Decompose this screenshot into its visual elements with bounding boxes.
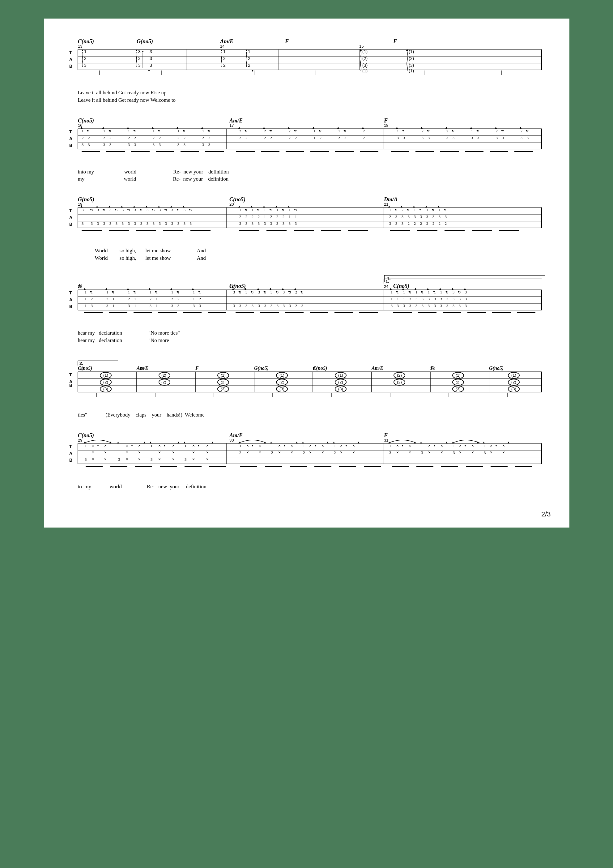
svg-marker-763 xyxy=(495,445,497,446)
svg-text:3: 3 xyxy=(150,63,152,68)
svg-marker-142 xyxy=(313,127,314,129)
svg-text:(1): (1) xyxy=(338,373,343,378)
svg-text:(1): (1) xyxy=(221,373,226,378)
svg-text:3: 3 xyxy=(264,290,266,294)
svg-text:1: 1 xyxy=(415,290,417,294)
svg-text:1: 1 xyxy=(156,290,158,294)
svg-text:1: 1 xyxy=(85,290,87,294)
svg-text:2: 2 xyxy=(128,297,130,301)
svg-text:×: × xyxy=(409,443,411,448)
svg-text:2: 2 xyxy=(264,136,266,140)
svg-text:3: 3 xyxy=(395,222,397,226)
svg-text:(1): (1) xyxy=(511,373,516,378)
svg-text:31: 31 xyxy=(384,438,388,442)
svg-text:3: 3 xyxy=(484,450,486,455)
svg-marker-721 xyxy=(327,442,328,443)
svg-text:3: 3 xyxy=(128,143,130,147)
svg-text:3: 3 xyxy=(134,208,136,212)
svg-text:1: 1 xyxy=(453,443,455,448)
svg-marker-475 xyxy=(294,288,296,290)
svg-text:2: 2 xyxy=(150,297,152,301)
svg-text:3: 3 xyxy=(110,222,111,226)
svg-text:×: × xyxy=(172,443,175,448)
svg-text:15: 15 xyxy=(359,44,364,48)
svg-text:3: 3 xyxy=(88,142,90,147)
svg-text:2: 2 xyxy=(295,129,297,133)
svg-text:1: 1 xyxy=(113,297,115,301)
svg-text:3: 3 xyxy=(103,143,105,147)
svg-text:3: 3 xyxy=(446,304,448,308)
svg-text:3: 3 xyxy=(283,290,285,294)
svg-rect-206 xyxy=(415,151,434,152)
svg-text:1: 1 xyxy=(439,208,441,212)
svg-marker-397 xyxy=(84,288,86,290)
svg-text:3: 3 xyxy=(82,221,84,226)
svg-text:3: 3 xyxy=(428,304,430,308)
svg-text:17: 17 xyxy=(229,123,234,128)
svg-text:3: 3 xyxy=(391,304,393,308)
svg-text:3: 3 xyxy=(82,142,84,147)
svg-text:1: 1 xyxy=(178,290,179,294)
svg-marker-718 xyxy=(314,445,316,446)
svg-text:2: 2 xyxy=(245,129,247,133)
svg-text:3: 3 xyxy=(271,304,272,308)
svg-text:(2): (2) xyxy=(221,380,226,384)
svg-text:3: 3 xyxy=(97,208,99,212)
svg-rect-773 xyxy=(240,466,257,467)
svg-text:1: 1 xyxy=(258,208,260,212)
svg-marker-675 xyxy=(150,442,152,443)
svg-rect-541 xyxy=(285,312,303,313)
svg-text:2: 2 xyxy=(258,215,260,219)
system-2: T A B C(no5) Am/E F 16 17 18 1 2 3 1 2 3 xyxy=(69,116,545,183)
svg-rect-370 xyxy=(321,230,341,231)
lyrics-system-4: hear my declaration "No more ties" hear … xyxy=(69,329,545,344)
svg-text:3: 3 xyxy=(395,215,397,219)
svg-text:×: × xyxy=(92,450,94,455)
svg-text:×: × xyxy=(502,450,505,455)
svg-text:20: 20 xyxy=(229,202,234,206)
svg-marker-28 xyxy=(142,51,144,53)
svg-text:2: 2 xyxy=(420,222,422,226)
svg-text:3: 3 xyxy=(465,297,467,301)
svg-text:×: × xyxy=(246,443,249,448)
svg-text:1: 1 xyxy=(471,129,473,133)
svg-text:3: 3 xyxy=(276,222,278,226)
svg-text:3: 3 xyxy=(165,208,167,212)
svg-text:×: × xyxy=(471,450,474,455)
svg-text:2: 2 xyxy=(395,208,397,212)
svg-text:3: 3 xyxy=(422,297,424,301)
svg-marker-163 xyxy=(421,127,423,129)
svg-text:2: 2 xyxy=(439,222,441,226)
svg-text:3: 3 xyxy=(283,304,285,308)
svg-text:1: 1 xyxy=(103,129,105,133)
svg-rect-538 xyxy=(208,312,226,313)
svg-text:×: × xyxy=(126,450,128,455)
svg-text:1: 1 xyxy=(134,304,136,308)
svg-text:3: 3 xyxy=(150,49,152,54)
svg-text:3: 3 xyxy=(434,297,436,301)
volta-1: 1. xyxy=(384,275,545,282)
svg-text:(2): (2) xyxy=(338,380,343,384)
svg-rect-364 xyxy=(136,230,156,231)
svg-text:3: 3 xyxy=(128,208,130,212)
svg-text:(3): (3) xyxy=(409,63,414,68)
svg-rect-769 xyxy=(135,466,152,467)
svg-text:3: 3 xyxy=(134,222,136,226)
svg-rect-779 xyxy=(392,466,409,467)
svg-marker-437 xyxy=(192,288,194,290)
svg-text:2: 2 xyxy=(91,297,93,301)
svg-text:3: 3 xyxy=(239,222,241,226)
svg-marker-457 xyxy=(257,288,259,290)
svg-text:3: 3 xyxy=(122,208,124,212)
svg-text:3: 3 xyxy=(190,208,192,212)
system-5-svg: 2. T A B C(no5) Am/E F G(no5) C(no5) Am/… xyxy=(69,356,545,409)
svg-text:×: × xyxy=(459,443,461,448)
svg-text:×: × xyxy=(104,443,107,448)
svg-text:×: × xyxy=(138,457,141,462)
lyrics-system-2: into my world Re- new your definition my… xyxy=(69,168,545,183)
svg-marker-683 xyxy=(178,442,179,443)
svg-text:3: 3 xyxy=(428,297,430,301)
svg-text:1: 1 xyxy=(252,208,254,212)
svg-text:3: 3 xyxy=(128,222,130,226)
svg-text:3: 3 xyxy=(171,208,173,212)
